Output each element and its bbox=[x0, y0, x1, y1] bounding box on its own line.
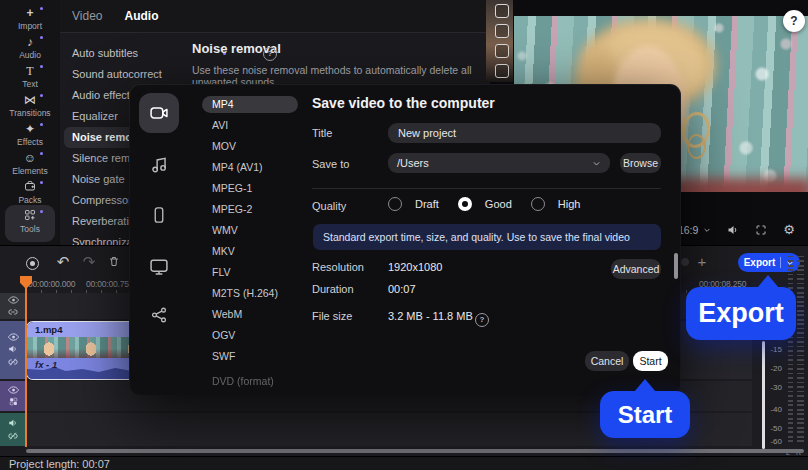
sidebar-item-tools[interactable]: Tools bbox=[0, 207, 60, 236]
format-option[interactable]: MKV bbox=[202, 241, 302, 262]
format-option[interactable]: WebM bbox=[202, 304, 302, 325]
fullscreen-icon[interactable] bbox=[755, 224, 767, 236]
radio-high[interactable] bbox=[531, 197, 545, 211]
eye-icon[interactable] bbox=[8, 333, 19, 341]
undo-button[interactable]: ↶ bbox=[54, 254, 72, 272]
chevron-down-icon bbox=[592, 159, 601, 168]
music-note-icon: ♪ bbox=[0, 33, 60, 50]
format-option[interactable]: OGV bbox=[202, 325, 302, 346]
share-icon bbox=[150, 306, 168, 324]
format-option-selected[interactable]: MP4 bbox=[202, 96, 298, 113]
tab-video[interactable]: Video bbox=[72, 9, 102, 23]
meter-ticks bbox=[788, 256, 793, 444]
media-tab-bar: Video Audio bbox=[60, 0, 490, 33]
format-option[interactable]: MP4 (AV1) bbox=[202, 157, 302, 178]
destination-computer[interactable] bbox=[139, 93, 179, 133]
radio-label: Good bbox=[485, 198, 512, 210]
radio-draft[interactable] bbox=[388, 197, 402, 211]
volume-icon[interactable] bbox=[727, 224, 739, 236]
start-callout: Start bbox=[600, 391, 690, 438]
format-option[interactable]: M2TS (H.264) bbox=[202, 283, 302, 304]
preview-subject-shoulder bbox=[662, 178, 808, 192]
format-option[interactable]: MPEG-2 bbox=[202, 199, 302, 220]
save-to-dropdown[interactable]: /Users bbox=[388, 153, 610, 173]
export-button-label: Export bbox=[744, 257, 776, 268]
phone-icon bbox=[150, 206, 168, 224]
format-option[interactable]: FLV bbox=[202, 262, 302, 283]
checkbox[interactable] bbox=[495, 24, 509, 38]
horizontal-scrollbar[interactable] bbox=[26, 449, 804, 453]
clip-fx-label: fx - 1 bbox=[35, 359, 57, 370]
help-button[interactable]: ? bbox=[783, 10, 805, 32]
export-dialog: MP4 AVI MOV MP4 (AV1) MPEG-1 MPEG-2 WMV … bbox=[130, 85, 680, 395]
unlink-icon[interactable] bbox=[8, 431, 18, 441]
format-option[interactable]: SWF bbox=[202, 346, 302, 367]
help-icon[interactable]: ? bbox=[263, 42, 277, 61]
add-track-button[interactable]: + bbox=[693, 254, 711, 272]
tab-audio[interactable]: Audio bbox=[124, 9, 158, 23]
cancel-button[interactable]: Cancel bbox=[585, 351, 629, 371]
playhead-line bbox=[25, 277, 27, 447]
checkbox[interactable] bbox=[495, 64, 509, 78]
volume-icon[interactable] bbox=[8, 418, 18, 428]
destination-tv[interactable] bbox=[139, 247, 179, 287]
checkbox[interactable] bbox=[495, 4, 509, 18]
status-dot bbox=[681, 258, 689, 266]
destination-share[interactable] bbox=[139, 295, 179, 335]
advanced-button[interactable]: Advanced bbox=[611, 259, 661, 279]
clips-grid-icon[interactable] bbox=[9, 397, 18, 406]
sidebar-item-audio[interactable]: ♪ Audio bbox=[0, 33, 60, 62]
quality-info-banner: Standard export time, size, and quality.… bbox=[313, 224, 661, 250]
unlink-icon[interactable] bbox=[8, 357, 18, 367]
callout-pointer bbox=[757, 275, 779, 288]
sparkle-icon: ✦ bbox=[0, 120, 60, 137]
tool-item-sound-autocorrect[interactable]: Sound autocorrect bbox=[64, 64, 184, 85]
notification-dot bbox=[40, 7, 43, 10]
tool-item-auto-subtitles[interactable]: Auto subtitles bbox=[64, 43, 184, 64]
link-icon[interactable] bbox=[8, 307, 18, 317]
format-option[interactable]: MPEG-1 bbox=[202, 178, 302, 199]
sidebar-item-label: Packs bbox=[0, 195, 60, 205]
notification-dot bbox=[40, 210, 43, 213]
sidebar-item-transitions[interactable]: ⋈ Transitions bbox=[0, 91, 60, 120]
smiley-icon: ☺ bbox=[0, 149, 60, 166]
vertical-scrollbar[interactable] bbox=[762, 341, 765, 449]
title-label: Title bbox=[312, 127, 332, 139]
video-camera-icon bbox=[149, 103, 169, 123]
notification-dot bbox=[40, 152, 43, 155]
sidebar-item-elements[interactable]: ☺ Elements bbox=[0, 149, 60, 178]
destination-device[interactable] bbox=[139, 195, 179, 235]
aspect-ratio-dropdown[interactable]: 16:9 bbox=[678, 224, 711, 236]
file-size-label: File size bbox=[312, 310, 352, 322]
radio-good-selected[interactable] bbox=[458, 197, 472, 211]
bag-icon bbox=[0, 178, 60, 195]
dialog-scrollbar[interactable] bbox=[674, 253, 678, 279]
volume-icon[interactable] bbox=[8, 344, 18, 354]
quality-options: Draft Good High bbox=[388, 197, 586, 211]
sidebar-item-packs[interactable]: Packs bbox=[0, 178, 60, 207]
gear-icon[interactable]: ⚙ bbox=[783, 222, 795, 237]
checkbox[interactable] bbox=[495, 44, 509, 58]
tool-item-label: Auto subtitles bbox=[72, 47, 138, 59]
format-option[interactable]: MOV bbox=[202, 136, 302, 157]
help-icon[interactable]: ? bbox=[475, 308, 489, 327]
sidebar-item-label: Text bbox=[0, 79, 60, 89]
export-callout-label: Export bbox=[698, 298, 784, 329]
sidebar-item-text[interactable]: T Text bbox=[0, 62, 60, 91]
sidebar-item-import[interactable]: + Import bbox=[0, 4, 60, 33]
plus-icon: + bbox=[0, 4, 60, 21]
format-option[interactable]: AVI bbox=[202, 115, 302, 136]
redo-button[interactable]: ↷ bbox=[80, 254, 98, 272]
destination-audio[interactable] bbox=[139, 145, 179, 185]
record-icon bbox=[26, 257, 39, 270]
format-option[interactable]: DVD (format) bbox=[202, 371, 302, 392]
browse-button[interactable]: Browse bbox=[620, 153, 661, 173]
start-button[interactable]: Start bbox=[633, 351, 668, 371]
sidebar-item-effects[interactable]: ✦ Effects bbox=[0, 120, 60, 149]
eye-icon[interactable] bbox=[8, 386, 19, 394]
record-button[interactable] bbox=[23, 254, 41, 272]
delete-button[interactable] bbox=[105, 254, 123, 272]
eye-icon[interactable] bbox=[8, 296, 19, 304]
format-option[interactable]: WMV bbox=[202, 220, 302, 241]
title-input[interactable] bbox=[388, 123, 661, 143]
